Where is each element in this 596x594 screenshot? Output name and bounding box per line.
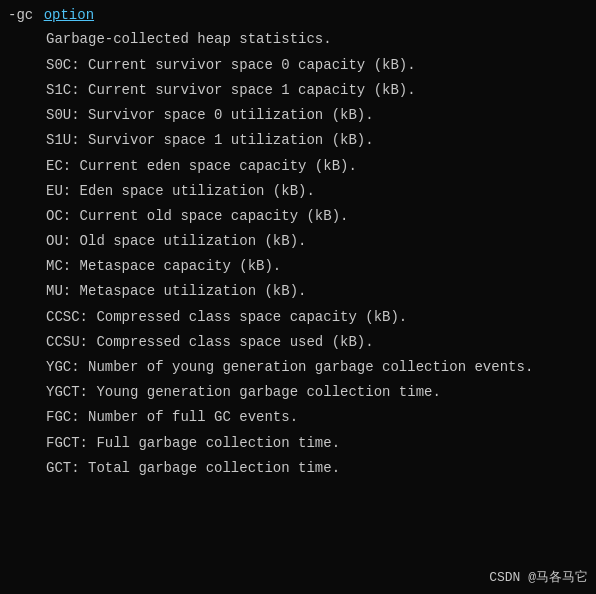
watermark: CSDN @马各马它	[489, 568, 588, 586]
description: Garbage-collected heap statistics.	[8, 28, 588, 50]
stat-line: YGCT: Young generation garbage collectio…	[8, 380, 588, 405]
stat-line: S0C: Current survivor space 0 capacity (…	[8, 53, 588, 78]
stat-line: EC: Current eden space capacity (kB).	[8, 154, 588, 179]
stat-line: CCSC: Compressed class space capacity (k…	[8, 305, 588, 330]
gc-flag: -gc	[8, 4, 33, 26]
stat-line: FGC: Number of full GC events.	[8, 405, 588, 430]
stat-line: GCT: Total garbage collection time.	[8, 456, 588, 481]
stat-line: S1C: Current survivor space 1 capacity (…	[8, 78, 588, 103]
stat-line: FGCT: Full garbage collection time.	[8, 431, 588, 456]
header-line: -gc option	[8, 4, 588, 26]
stat-line: S0U: Survivor space 0 utilization (kB).	[8, 103, 588, 128]
stat-line: OC: Current old space capacity (kB).	[8, 204, 588, 229]
stat-line: MC: Metaspace capacity (kB).	[8, 254, 588, 279]
stat-line: YGC: Number of young generation garbage …	[8, 355, 588, 380]
stat-line: CCSU: Compressed class space used (kB).	[8, 330, 588, 355]
stat-line: MU: Metaspace utilization (kB).	[8, 279, 588, 304]
option-link[interactable]: option	[44, 4, 94, 26]
stat-line: S1U: Survivor space 1 utilization (kB).	[8, 128, 588, 153]
stat-line: EU: Eden space utilization (kB).	[8, 179, 588, 204]
stat-line: OU: Old space utilization (kB).	[8, 229, 588, 254]
stats-container: S0C: Current survivor space 0 capacity (…	[8, 53, 588, 481]
